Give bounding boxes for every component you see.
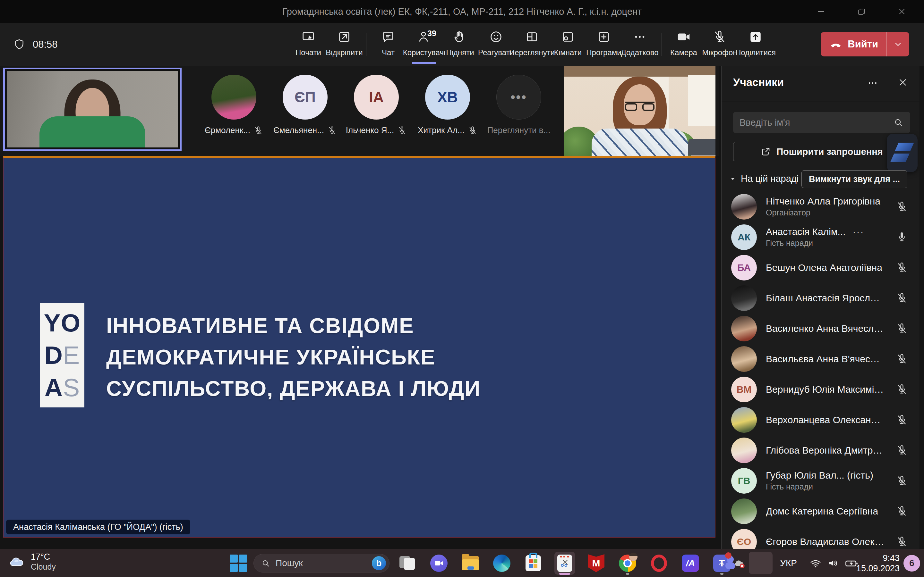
participant-row[interactable]: Верхоланцева Олександра Дм... xyxy=(722,405,919,435)
participant-name-text: Васильєва Анна В'ячеславівна xyxy=(766,354,884,364)
toolbar-button-програми[interactable]: Програми xyxy=(586,24,622,65)
panel-close-icon[interactable] xyxy=(897,77,909,88)
close-icon[interactable] xyxy=(897,7,907,16)
participant-tile-2[interactable]: ЄПЄмельянен... xyxy=(270,75,341,135)
participant-row[interactable]: Васильєва Анна В'ячеславівна xyxy=(722,343,919,374)
chat-icon xyxy=(381,29,396,44)
leave-button[interactable]: Вийти xyxy=(821,32,909,56)
panel-title: Учасники xyxy=(733,76,784,89)
mic-off-icon[interactable] xyxy=(896,414,908,426)
opera-icon[interactable] xyxy=(649,552,669,575)
taskbar-search[interactable]: Пошук b xyxy=(254,554,389,572)
mic-off-icon xyxy=(754,556,767,569)
toolbar-button-кімнати[interactable]: Кімнати xyxy=(550,24,586,65)
tray-mic-muted-chip[interactable] xyxy=(749,552,772,574)
microsoft-store-icon[interactable] xyxy=(523,552,543,575)
onedrive-error-icon[interactable] xyxy=(733,556,746,570)
language-indicator[interactable]: УКР xyxy=(780,558,797,568)
clock-widget[interactable]: 9:43 15.09.2023 xyxy=(856,553,900,574)
screen-capture-overlay-icon[interactable] xyxy=(887,134,918,172)
participant-name-text: Нітченко Алла Григорівна xyxy=(766,196,880,207)
participant-row[interactable]: Домс Катерина Сергіївна xyxy=(722,496,919,526)
leave-options-dropdown[interactable] xyxy=(887,32,909,56)
participant-row[interactable]: Глібова Вероніка Дмитрівна xyxy=(722,435,919,466)
participant-name-text: Василенко Анна Вячеславівна xyxy=(766,323,884,334)
participant-avatar-photo xyxy=(731,285,757,311)
toolbar-button-мікрофон[interactable]: Мікрофон xyxy=(702,24,738,65)
volume-icon[interactable] xyxy=(827,557,840,570)
wifi-icon[interactable] xyxy=(809,557,822,570)
toolbar-button-камера[interactable]: Камера xyxy=(666,24,702,65)
ma-app-icon[interactable]: /A xyxy=(680,552,701,575)
mic-off-icon[interactable] xyxy=(896,322,908,335)
toolbar-button-label: Реагувати xyxy=(478,48,514,57)
minimize-icon[interactable] xyxy=(816,7,826,16)
participant-tile-3[interactable]: ІАІльченко Я... xyxy=(341,75,412,135)
participant-row[interactable]: ГВГубар Юлія Вал... (гість)Гість наради xyxy=(722,466,919,496)
cloud-weather-icon xyxy=(8,553,26,570)
weather-widget[interactable]: 17°C Cloudy xyxy=(8,552,56,572)
toolbar-button-реагувати[interactable]: Реагувати xyxy=(478,24,514,65)
mute-all-button[interactable]: Вимкнути звук для ... xyxy=(801,170,907,188)
toolbar-button-чат[interactable]: Чат xyxy=(370,24,406,65)
participant-row[interactable]: АКАнастасія Калім...···Гість наради xyxy=(722,222,919,252)
mic-off-icon[interactable] xyxy=(896,353,908,365)
mic-off-icon[interactable] xyxy=(896,536,908,548)
mic-off-icon[interactable] xyxy=(896,444,908,456)
participant-role: Гість наради xyxy=(766,482,884,492)
participant-tile-5[interactable]: •••Переглянути в... xyxy=(483,75,554,135)
chevron-down-icon xyxy=(893,39,903,50)
notification-count-badge[interactable]: 6 xyxy=(903,555,920,572)
teacher-video-tile[interactable] xyxy=(564,66,716,156)
file-explorer-icon[interactable] xyxy=(460,552,481,575)
toolbar-button-додатково[interactable]: Додатково xyxy=(622,24,658,65)
participant-tile-1[interactable]: Єрмоленк... xyxy=(198,75,270,135)
row-more-icon[interactable]: ··· xyxy=(853,226,864,237)
mic-off-icon[interactable] xyxy=(896,201,908,213)
chrome-icon[interactable] xyxy=(617,552,638,575)
toolbar-button-почати[interactable]: Почати xyxy=(290,24,326,65)
restore-icon[interactable] xyxy=(857,7,866,16)
mic-off-icon[interactable] xyxy=(896,475,908,487)
toolbar-button-відкріпити[interactable]: Відкріпити xyxy=(326,24,362,65)
toolbar-button-label: Почати xyxy=(296,48,321,57)
toolbar-button-label: Програми xyxy=(586,48,621,57)
participant-search-input[interactable]: Введіть ім'я xyxy=(733,112,910,133)
video-app-icon[interactable] xyxy=(429,552,449,575)
toolbar-button-користувачі[interactable]: 39Користувачі xyxy=(406,24,442,65)
toolbar-button-поділитися[interactable]: Поділитися xyxy=(738,24,774,65)
panel-more-icon[interactable] xyxy=(867,77,879,89)
overflow-tile-icon: ••• xyxy=(496,75,541,119)
mcafee-icon[interactable]: M xyxy=(586,552,606,575)
participant-name: Василенко Анна Вячеславівна xyxy=(766,323,884,334)
mic-off-icon[interactable] xyxy=(896,384,908,396)
participant-tile-4[interactable]: ХВХитрик Ал... xyxy=(412,75,483,135)
mic-on-icon[interactable] xyxy=(896,231,908,243)
caret-down-icon[interactable] xyxy=(729,175,737,183)
leave-label: Вийти xyxy=(848,39,878,50)
avatar-initials: ХВ xyxy=(425,75,470,119)
mic-off-icon[interactable] xyxy=(896,261,908,274)
tile-name-text: Переглянути в... xyxy=(487,125,551,135)
toolbar-button-переглянути[interactable]: Переглянути xyxy=(514,24,550,65)
participant-row[interactable]: Василенко Анна Вячеславівна xyxy=(722,313,919,343)
start-button[interactable] xyxy=(230,554,247,572)
participant-row[interactable]: Білаш Анастасія Ярославівна xyxy=(722,283,919,313)
active-speaker-tile[interactable] xyxy=(3,68,182,151)
hangup-icon xyxy=(829,37,843,51)
participant-avatar-photo xyxy=(731,407,757,433)
snipping-tool-icon[interactable] xyxy=(554,552,575,575)
mic-off-icon[interactable] xyxy=(896,292,908,304)
toolbar-button-підняти[interactable]: Підняти xyxy=(442,24,478,65)
running-indicator xyxy=(720,573,724,575)
participant-row[interactable]: Нітченко Алла ГригорівнаОрганізатор xyxy=(722,191,919,222)
screen-share-icon xyxy=(301,29,316,44)
participant-row[interactable]: ВМВернидуб Юлія Максимівна xyxy=(722,374,919,405)
participant-row[interactable]: БАБешун Олена Анатоліївна xyxy=(722,252,919,283)
edge-browser-icon[interactable] xyxy=(491,552,512,575)
share-invite-button[interactable]: Поширити запрошення xyxy=(733,142,910,161)
task-view-icon[interactable] xyxy=(397,552,418,575)
participant-row[interactable]: ЄОЄгоров Владислав Олександро... xyxy=(722,526,919,549)
tray-expand-icon[interactable] xyxy=(716,558,727,569)
mic-off-icon[interactable] xyxy=(896,505,908,517)
